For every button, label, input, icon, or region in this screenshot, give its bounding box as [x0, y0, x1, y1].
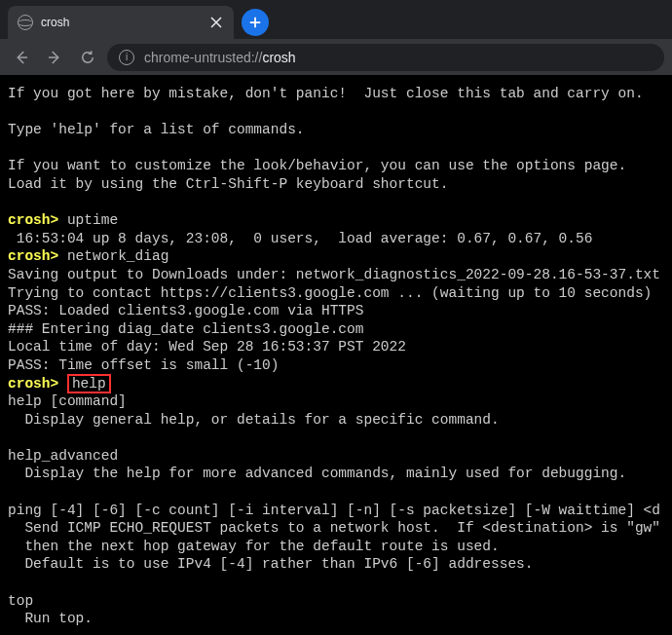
reload-button[interactable] — [74, 44, 101, 71]
address-bar[interactable]: i chrome-untrusted://crosh — [107, 44, 664, 71]
reload-icon — [79, 49, 96, 66]
close-icon — [208, 15, 224, 30]
arrow-right-icon — [46, 49, 63, 66]
command-text: network_diag — [58, 248, 168, 264]
plus-icon — [248, 16, 262, 29]
terminal-line: Saving output to Downloads under: networ… — [8, 267, 660, 282]
terminal-line: Default is to use IPv4 [-4] rather than … — [8, 556, 534, 572]
tab-title: crosh — [41, 16, 201, 29]
prompt: crosh> — [8, 248, 58, 264]
close-tab-button[interactable] — [208, 15, 224, 30]
globe-icon — [18, 15, 33, 30]
terminal-line: top — [8, 593, 33, 609]
prompt: crosh> — [8, 212, 58, 228]
terminal-line: Load it by using the Ctrl-Shift-P keyboa… — [8, 176, 448, 192]
info-icon: i — [119, 50, 134, 65]
terminal-line: Display general help, or details for a s… — [8, 412, 500, 428]
prompt: crosh> — [8, 376, 58, 392]
back-button[interactable] — [8, 44, 35, 71]
terminal-line: If you got here by mistake, don't panic!… — [8, 86, 644, 101]
terminal-line: Type 'help' for a list of commands. — [8, 122, 305, 137]
terminal-line: PASS: Time offset is small (-10) — [8, 357, 279, 373]
forward-button[interactable] — [41, 44, 68, 71]
terminal-line: then the next hop gateway for the defaul… — [8, 539, 500, 554]
browser-toolbar: i chrome-untrusted://crosh — [0, 39, 672, 75]
arrow-left-icon — [13, 49, 30, 66]
terminal-line: 16:53:04 up 8 days, 23:08, 0 users, load… — [8, 231, 592, 246]
terminal-line: If you want to customize the look/behavi… — [8, 158, 626, 173]
terminal-line: Local time of day: Wed Sep 28 16:53:37 P… — [8, 339, 406, 355]
terminal-line: Display the help for more advanced comma… — [8, 466, 626, 481]
highlighted-command: help — [67, 374, 111, 393]
terminal-output[interactable]: If you got here by mistake, don't panic!… — [0, 75, 672, 635]
terminal-line: help [command] — [8, 393, 127, 409]
terminal-line: ping [-4] [-6] [-c count] [-i interval] … — [8, 503, 660, 518]
url-text: chrome-untrusted://crosh — [144, 50, 296, 65]
terminal-line: PASS: Loaded clients3.google.com via HTT… — [8, 303, 363, 318]
browser-tab[interactable]: crosh — [8, 6, 234, 39]
terminal-line: help_advanced — [8, 448, 118, 464]
terminal-line: Send ICMP ECHO_REQUEST packets to a netw… — [8, 520, 660, 536]
new-tab-button[interactable] — [242, 9, 269, 36]
command-text: uptime — [58, 212, 118, 228]
tab-strip: crosh — [0, 0, 672, 39]
terminal-line: ### Entering diag_date clients3.google.c… — [8, 321, 363, 337]
terminal-line: Run top. — [8, 611, 93, 626]
terminal-line: Trying to contact https://clients3.googl… — [8, 285, 652, 301]
